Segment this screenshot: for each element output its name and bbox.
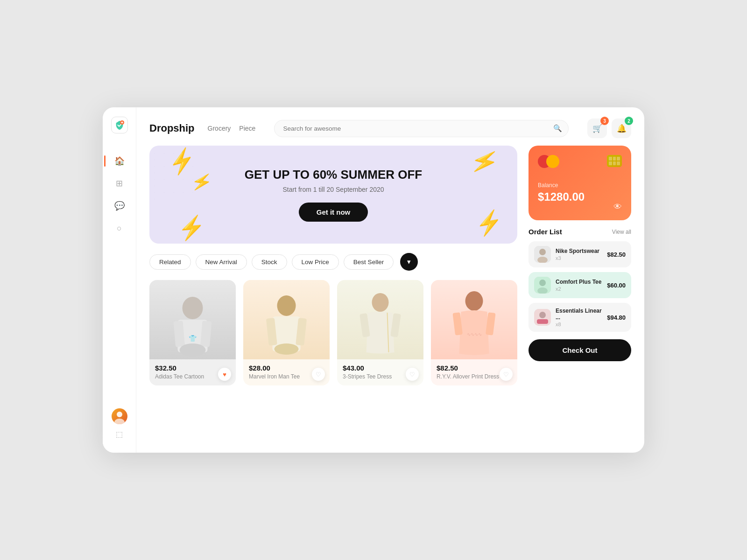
product-card-2[interactable]: ♡ $28.00 Marvel Iron Man Tee [243, 280, 330, 385]
order-qty-1: x3 [556, 255, 602, 261]
lightning-4: ⚡ [468, 147, 501, 176]
chip-cell-1 [609, 157, 612, 161]
checkout-button[interactable]: Check Out [529, 339, 631, 361]
nav-links: Grocery Piece [208, 125, 256, 132]
header: Dropship Grocery Piece 🔍 🛒 3 🔔 2 [136, 107, 644, 146]
svg-point-26 [539, 280, 546, 286]
nav-piece[interactable]: Piece [239, 125, 255, 132]
left-panel: · · · · · ·· · · · · ·· · · · · ·· · · ·… [149, 146, 517, 443]
order-item-3[interactable]: Essentials Linear ... x8 $94.80 [529, 303, 631, 332]
chip-cell-5 [613, 161, 616, 165]
mastercard-icon [538, 155, 559, 168]
order-avatar-1 [534, 246, 551, 263]
cart-badge: 3 [600, 117, 609, 125]
svg-point-29 [539, 312, 546, 318]
order-details-2: Comfort Plus Tee x2 [556, 279, 602, 292]
view-all-link[interactable]: View all [612, 229, 631, 235]
wallet-card: Balance $1280.00 👁 [529, 146, 631, 220]
chip-cell-6 [617, 161, 620, 165]
sidebar-nav: 🏠 ⊞ 💬 ○ [110, 151, 129, 405]
filter-more-button[interactable]: ▾ [400, 253, 418, 271]
search-button[interactable]: 🔍 [553, 124, 562, 133]
order-qty-3: x8 [556, 322, 602, 327]
chip-icon [607, 155, 622, 167]
order-list-title: Order List [529, 228, 562, 236]
chip-cell-2 [613, 157, 616, 161]
svg-point-18 [465, 291, 483, 311]
svg-text:∿∿∿∿: ∿∿∿∿ [467, 332, 482, 337]
product-card-3[interactable]: ♡ $43.00 3-Stripes Tee Dress [337, 280, 423, 385]
cart-button[interactable]: 🛒 3 [587, 119, 607, 138]
svg-rect-30 [537, 319, 548, 324]
wallet-label: Balance [538, 182, 622, 189]
chip-cell-4 [609, 161, 612, 165]
wallet-top [538, 155, 622, 168]
sidebar: 🏠 ⊞ 💬 ○ ⬚ [103, 107, 136, 453]
circle-icon: ○ [117, 224, 122, 233]
products-grid: 👕 ♥ $32.50 Adidas Tee Cartoon [149, 280, 517, 385]
bell-badge: 2 [625, 117, 633, 125]
wishlist-button-1[interactable]: ♥ [218, 368, 231, 381]
svg-point-23 [539, 249, 546, 255]
lightning-2: ⚡ [190, 172, 214, 192]
svg-point-14 [372, 293, 389, 312]
content-area: · · · · · ·· · · · · ·· · · · · ·· · · ·… [136, 146, 644, 453]
product-image-4: ∿∿∿∿ [431, 280, 517, 359]
nav-grocery[interactable]: Grocery [208, 125, 231, 132]
order-avatar-2 [534, 277, 551, 294]
filter-related[interactable]: Related [149, 254, 191, 270]
order-details-3: Essentials Linear ... x8 [556, 308, 602, 327]
notification-button[interactable]: 🔔 2 [612, 119, 631, 138]
wishlist-button-4[interactable]: ♡ [500, 368, 513, 381]
order-avatar-3 [534, 309, 551, 326]
svg-text:👕: 👕 [189, 335, 197, 343]
order-items: Nike Sportswear x3 $82.50 [529, 241, 631, 332]
logout-icon[interactable]: ⬚ [116, 430, 123, 439]
order-price-1: $82.50 [607, 251, 626, 258]
svg-point-13 [275, 343, 299, 355]
order-price-2: $60.00 [607, 282, 626, 289]
svg-point-1 [117, 412, 122, 417]
sidebar-item-messages[interactable]: 💬 [110, 196, 129, 216]
lightning-3: ⚡ [176, 215, 206, 240]
product-card-1[interactable]: 👕 ♥ $32.50 Adidas Tee Cartoon [149, 280, 236, 385]
product-card-4[interactable]: ∿∿∿∿ ♡ $82.50 R.Y.V. Allover Print Dress [431, 280, 517, 385]
sidebar-item-grid[interactable]: ⊞ [110, 174, 129, 193]
order-item-2[interactable]: Comfort Plus Tee x2 $60.00 [529, 272, 631, 298]
sidebar-item-home[interactable]: 🏠 [110, 151, 129, 171]
sidebar-bottom: ⬚ [112, 408, 127, 443]
main-content: Dropship Grocery Piece 🔍 🛒 3 🔔 2 [136, 107, 644, 453]
chip-cell-3 [617, 157, 620, 161]
sidebar-item-circle[interactable]: ○ [110, 218, 129, 238]
wallet-balance: $1280.00 [538, 190, 622, 203]
wishlist-button-3[interactable]: ♡ [406, 368, 419, 381]
wishlist-button-2[interactable]: ♡ [312, 368, 325, 381]
banner-cta-button[interactable]: Get it now [299, 203, 368, 222]
banner-title: GET UP TO 60% SUMMER OFF [245, 168, 422, 182]
brand-title: Dropship [149, 122, 195, 134]
order-name-2: Comfort Plus Tee [556, 279, 602, 285]
user-avatar[interactable] [112, 408, 127, 424]
order-price-3: $94.80 [607, 314, 626, 321]
filter-stock[interactable]: Stock [252, 254, 287, 270]
logo-button[interactable] [111, 117, 128, 133]
svg-point-8 [180, 343, 206, 357]
svg-point-3 [183, 297, 203, 319]
order-qty-2: x2 [556, 286, 602, 292]
mc-circle-yellow [546, 155, 559, 168]
search-input[interactable] [274, 120, 569, 137]
promo-banner: · · · · · ·· · · · · ·· · · · · ·· · · ·… [149, 146, 517, 244]
filter-low-price[interactable]: Low Price [292, 254, 339, 270]
order-list-section: Order List View all [529, 228, 631, 332]
filter-best-seller[interactable]: Best Seller [344, 254, 394, 270]
chat-icon: 💬 [114, 201, 125, 211]
lightning-5: ⚡ [473, 210, 505, 237]
eye-icon[interactable]: 👁 [613, 202, 622, 212]
order-list-header: Order List View all [529, 228, 631, 236]
order-item-1[interactable]: Nike Sportswear x3 $82.50 [529, 241, 631, 267]
right-panel: Balance $1280.00 👁 Order List View all [529, 146, 631, 443]
product-image-3 [337, 280, 423, 359]
filter-new-arrival[interactable]: New Arrival [196, 254, 247, 270]
home-icon: 🏠 [114, 156, 125, 166]
banner-subtitle: Start from 1 till 20 September 2020 [282, 186, 384, 193]
